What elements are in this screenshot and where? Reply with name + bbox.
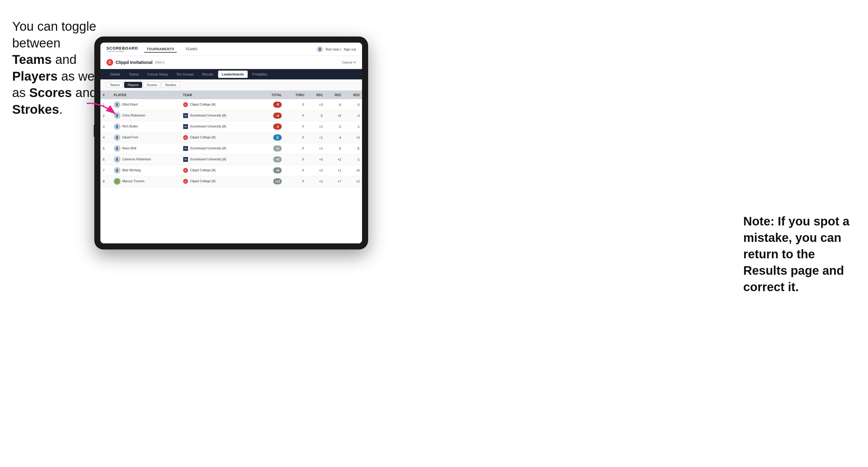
player-avatar-icon: 👤 [114,156,121,163]
table-row: 5👤Rees BrittSUScoreboard University [A]+… [100,143,362,154]
player-avatar-icon: 🌿 [114,178,121,185]
nav-bar: SCOREBOARD Powered by clippd TOURNAMENTS… [100,42,362,56]
cell-rank: 1 [100,99,111,110]
tab-teams[interactable]: Teams [125,70,143,78]
cell-rank: 6 [100,154,111,165]
subtab-scores[interactable]: Scores [143,82,160,88]
cell-rd1: +1 [307,132,325,143]
tab-tee-groups[interactable]: Tee Groups [173,70,197,78]
col-rank: # [100,91,111,99]
cell-rd1: +2 [307,165,325,176]
cancel-button[interactable]: Cancel ✕ [342,61,356,64]
cell-player: 👤Rees Britt [111,143,180,154]
col-total: TOTAL [259,91,284,99]
right-annotation: Note: If you spot a mistake, you can ret… [743,213,859,295]
user-avatar-icon: 👤 [317,46,323,52]
cell-rd2: E [325,143,344,154]
nav-tournaments[interactable]: TOURNAMENTS [144,46,177,53]
cell-team: CClippd College [A] [180,165,259,176]
cell-team: SUScoreboard University [A] [180,143,259,154]
cell-total: +11 [259,176,284,187]
score-badge: -4 [273,113,282,119]
table-row: 3👤Rich ButlerSUScoreboard University [A]… [100,121,362,132]
team-logo-icon: SU [183,146,188,151]
subtab-teams[interactable]: Teams [106,82,123,88]
tab-printables[interactable]: Printables [249,70,271,78]
team-logo-icon: SU [183,113,188,118]
cell-player: 👤David Ford [111,132,180,143]
subtab-strokes[interactable]: Strokes [161,82,180,88]
score-badge: +1 [273,146,282,152]
cell-rd1: +5 [307,154,325,165]
cell-rd1: +1 [307,121,325,132]
cell-rd2: -4 [325,132,344,143]
cell-rd3: -1 [343,154,362,165]
tablet-frame: SCOREBOARD Powered by clippd TOURNAMENTS… [94,36,368,249]
score-badge: E [273,134,282,141]
cell-rank: 8 [100,176,111,187]
tab-details[interactable]: Details [106,70,124,78]
logo-main: SCOREBOARD [106,46,138,50]
cell-rd3: -4 [343,110,362,121]
table-row: 1👤Elliot EbertCClippd College [A]-8F+3-6… [100,99,362,110]
tab-bar: Details Teams Course Setup Tee Groups Re… [100,69,362,80]
cell-rd3: E [343,143,362,154]
score-badge: +4 [273,156,282,162]
cell-rd2: +7 [325,176,344,187]
cell-rd2: +1 [325,165,344,176]
cell-thru: F [284,110,307,121]
cell-rd3: +2 [343,176,362,187]
leaderboard-table-container: # PLAYER TEAM TOTAL THRU RD1 RD2 RD3 1👤E… [100,91,362,243]
table-row: 7👤Blair McHargCClippd College [A]+6F+2+1… [100,165,362,176]
cell-rd1: +1 [307,143,325,154]
tab-leaderboards[interactable]: Leaderboards [218,70,248,78]
tab-results[interactable]: Results [198,70,217,78]
cell-player: 🌿Marcus Turners [111,176,180,187]
cell-total: E [259,132,284,143]
cell-team: CClippd College [A] [180,176,259,187]
scoreboard-logo: SCOREBOARD Powered by clippd [106,46,138,52]
leaderboard-table: # PLAYER TEAM TOTAL THRU RD1 RD2 RD3 1👤E… [100,91,362,187]
player-avatar-icon: 👤 [114,123,121,130]
cell-rank: 5 [100,143,111,154]
score-badge: +11 [273,178,282,184]
team-logo-icon: SU [183,124,188,129]
cell-thru: F [284,132,307,143]
score-badge: -8 [273,102,282,108]
col-player: PLAYER [111,91,180,99]
tablet-screen: SCOREBOARD Powered by clippd TOURNAMENTS… [100,42,362,243]
cell-rd1: +3 [307,99,325,110]
cell-total: +1 [259,143,284,154]
nav-left: SCOREBOARD Powered by clippd TOURNAMENTS… [106,46,200,53]
team-logo-icon: C [183,135,188,140]
cell-team: SUScoreboard University [A] [180,154,259,165]
cell-team: CClippd College [A] [180,99,259,110]
cell-team: CClippd College [A] [180,132,259,143]
cell-team: SUScoreboard University [A] [180,121,259,132]
cell-rank: 2 [100,110,111,121]
cell-player: 👤Elliot Ebert [111,99,180,110]
cell-thru: F [284,99,307,110]
tournament-title-area: C Clippd Invitational (Men) [106,59,164,66]
team-logo-icon: C [183,102,188,107]
tab-course-setup[interactable]: Course Setup [144,70,171,78]
player-avatar-icon: 👤 [114,167,121,174]
table-body: 1👤Elliot EbertCClippd College [A]-8F+3-6… [100,99,362,187]
right-annotation-text: Note: If you spot a mistake, you can ret… [743,215,849,293]
team-logo-icon: C [183,168,188,173]
sign-out-link[interactable]: Sign out [344,48,356,51]
cell-team: SUScoreboard University [A] [180,110,259,121]
player-avatar-icon: 👤 [114,134,121,141]
cell-thru: F [284,121,307,132]
cell-rd2: -6 [325,99,344,110]
cell-rd3: +3 [343,132,362,143]
cell-rd2: +5 [325,110,344,121]
cell-rd1: +2 [307,176,325,187]
cell-thru: F [284,176,307,187]
nav-teams[interactable]: TEAMS [183,46,200,53]
clippd-logo-icon: C [106,59,113,66]
col-rd2: RD2 [325,91,344,99]
team-logo-icon: SU [183,157,188,162]
cell-rd1: -5 [307,110,325,121]
subtab-players[interactable]: Players [124,82,142,88]
